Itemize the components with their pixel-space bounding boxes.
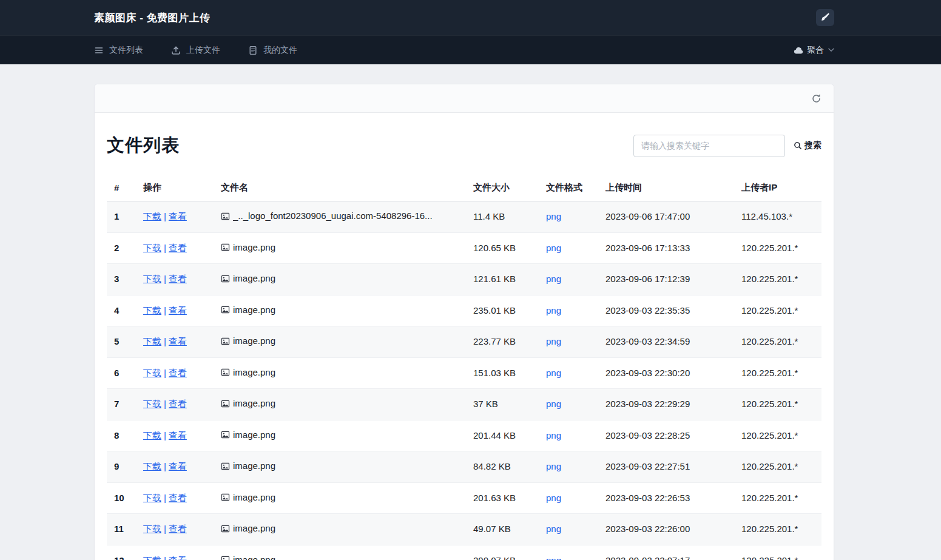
refresh-button[interactable] [811, 93, 821, 104]
file-format-link[interactable]: png [546, 274, 561, 284]
list-icon [94, 46, 104, 55]
table-row: 5 下载|查看 image.png 223.77 KB png 2023-09-… [107, 326, 821, 358]
row-index: 3 [107, 264, 136, 295]
uploader-ip: 120.225.201.* [734, 326, 821, 358]
view-link[interactable]: 查看 [169, 493, 187, 503]
action-separator: | [164, 524, 166, 534]
file-name: image.png [233, 366, 275, 379]
search-button[interactable]: 搜索 [794, 140, 821, 151]
file-list-card: 文件列表 搜索 [94, 84, 834, 560]
search-input[interactable] [633, 135, 785, 157]
view-link[interactable]: 查看 [169, 461, 187, 471]
file-name: image.png [233, 335, 275, 347]
col-header-size: 文件大小 [466, 175, 539, 201]
download-link[interactable]: 下载 [143, 243, 161, 253]
view-link[interactable]: 查看 [169, 243, 187, 253]
view-link[interactable]: 查看 [169, 368, 187, 378]
table-row: 12 下载|查看 image.png 290.07 KB png 2023-09… [107, 545, 821, 560]
download-link[interactable]: 下载 [143, 336, 161, 346]
action-separator: | [164, 211, 166, 221]
menu-item-my-files[interactable]: 我的文件 [248, 45, 297, 56]
menu-item-file-list[interactable]: 文件列表 [94, 45, 143, 56]
action-separator: | [164, 274, 166, 284]
view-link[interactable]: 查看 [169, 524, 187, 534]
file-size: 49.07 KB [466, 514, 539, 545]
view-link[interactable]: 查看 [169, 430, 187, 440]
image-file-icon [221, 212, 230, 221]
image-file-icon [221, 524, 230, 533]
download-link[interactable]: 下载 [143, 461, 161, 471]
view-link[interactable]: 查看 [169, 336, 187, 346]
refresh-icon [811, 93, 821, 104]
download-link[interactable]: 下载 [143, 493, 161, 503]
file-size: 235.01 KB [466, 295, 539, 326]
col-header-time: 上传时间 [598, 175, 734, 201]
file-name: image.png [233, 554, 275, 560]
file-format-link[interactable]: png [546, 524, 561, 534]
file-name: image.png [233, 491, 275, 504]
uploader-ip: 112.45.103.* [734, 201, 821, 233]
action-separator: | [164, 493, 166, 503]
uploader-ip: 120.225.201.* [734, 389, 821, 420]
file-format-link[interactable]: png [546, 461, 561, 471]
download-link[interactable]: 下载 [143, 430, 161, 440]
view-link[interactable]: 查看 [169, 274, 187, 284]
uploader-ip: 120.225.201.* [734, 482, 821, 514]
uploader-ip: 120.225.201.* [734, 451, 821, 483]
view-link[interactable]: 查看 [169, 399, 187, 409]
row-index: 6 [107, 357, 136, 389]
file-name: image.png [233, 429, 275, 441]
col-header-format: 文件格式 [539, 175, 598, 201]
topbar: 素颜图床 - 免费图片上传 [0, 0, 941, 35]
table-row: 10 下载|查看 image.png 201.63 KB png 2023-09… [107, 482, 821, 514]
col-header-index: # [107, 175, 136, 201]
menu-item-label: 文件列表 [109, 45, 143, 56]
image-file-icon [221, 555, 230, 560]
file-format-link[interactable]: png [546, 399, 561, 409]
file-size: 201.63 KB [466, 482, 539, 514]
action-separator: | [164, 555, 166, 560]
view-link[interactable]: 查看 [169, 211, 187, 221]
download-link[interactable]: 下载 [143, 524, 161, 534]
table-row: 2 下载|查看 image.png 120.65 KB png 2023-09-… [107, 232, 821, 264]
image-file-icon [221, 368, 230, 377]
user-menu[interactable]: 聚合 [794, 45, 834, 56]
download-link[interactable]: 下载 [143, 305, 161, 315]
view-link[interactable]: 查看 [169, 305, 187, 315]
file-size: 84.82 KB [466, 451, 539, 483]
row-index: 5 [107, 326, 136, 358]
file-name: image.png [233, 460, 275, 472]
table-row: 1 下载|查看 _.._logo_font20230906_uugai.com-… [107, 201, 821, 233]
uploader-ip: 120.225.201.* [734, 232, 821, 264]
file-format-link[interactable]: png [546, 430, 561, 440]
page-title: 文件列表 [107, 133, 180, 158]
file-name: _.._logo_font20230906_uugai.com-5408296-… [233, 210, 433, 222]
file-format-link[interactable]: png [546, 368, 561, 378]
file-format-link[interactable]: png [546, 305, 561, 315]
file-format-link[interactable]: png [546, 336, 561, 346]
action-separator: | [164, 368, 166, 378]
download-link[interactable]: 下载 [143, 368, 161, 378]
file-size: 37 KB [466, 389, 539, 420]
download-link[interactable]: 下载 [143, 555, 161, 560]
download-link[interactable]: 下载 [143, 274, 161, 284]
action-separator: | [164, 399, 166, 409]
view-link[interactable]: 查看 [169, 555, 187, 560]
theme-brush-button[interactable] [816, 9, 834, 26]
col-header-ip: 上传者IP [734, 175, 821, 201]
table-row: 6 下载|查看 image.png 151.03 KB png 2023-09-… [107, 357, 821, 389]
upload-time: 2023-09-06 17:13:33 [598, 232, 734, 264]
image-file-icon [221, 243, 230, 252]
table-row: 3 下载|查看 image.png 121.61 KB png 2023-09-… [107, 264, 821, 295]
download-link[interactable]: 下载 [143, 211, 161, 221]
file-name: image.png [233, 241, 275, 254]
file-format-link[interactable]: png [546, 243, 561, 253]
file-size: 201.44 KB [466, 420, 539, 451]
action-separator: | [164, 461, 166, 471]
file-format-link[interactable]: png [546, 555, 561, 560]
menu-item-upload[interactable]: 上传文件 [171, 45, 220, 56]
file-format-link[interactable]: png [546, 211, 561, 221]
download-link[interactable]: 下载 [143, 399, 161, 409]
file-format-link[interactable]: png [546, 493, 561, 503]
upload-time: 2023-09-03 22:29:29 [598, 389, 734, 420]
